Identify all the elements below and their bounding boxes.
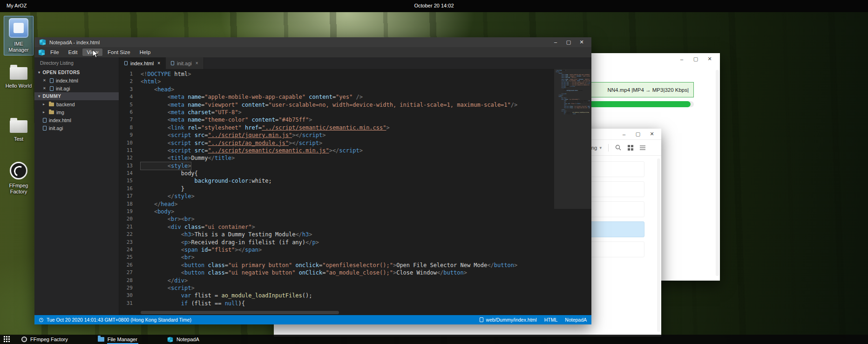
code-line[interactable]: 21 <div class="ui container"> — [119, 223, 554, 231]
minimize-button[interactable]: – — [621, 131, 627, 137]
search-icon[interactable] — [615, 144, 621, 151]
list-view-icon[interactable] — [640, 145, 645, 151]
taskbar-item-file-manager[interactable]: File Manager — [96, 336, 139, 344]
desktop-icon-test[interactable]: Test — [4, 114, 34, 144]
desktop-icon-hello-world[interactable]: Hello World — [4, 61, 34, 91]
tab-init-agi[interactable]: init.agi× — [166, 57, 204, 69]
language-indicator[interactable]: HTML — [544, 317, 558, 323]
taskbar-item-label: File Manager — [108, 337, 137, 342]
code-line[interactable]: 12 <title>Dummy</title> — [119, 154, 554, 162]
circle-app-icon — [21, 337, 27, 342]
taskbar-item-notepada[interactable]: NotepadA — [165, 336, 201, 344]
start-menu-icon[interactable] — [4, 336, 10, 343]
code-line[interactable]: 7 <meta name="theme-color" content="#4b7… — [119, 116, 554, 124]
sidebar-item-backend[interactable]: ▸backend — [34, 100, 119, 108]
code-line[interactable]: 17 </style> — [119, 193, 554, 200]
statusbar-filepath[interactable]: web/Dummy/index.html — [480, 317, 537, 323]
code-line[interactable]: 11 <script src="../script/semantic/seman… — [119, 147, 554, 154]
code-line[interactable]: 10 <script src="../script/ao_module.js">… — [119, 139, 554, 147]
line-number: 25 — [119, 254, 141, 261]
code-line[interactable]: 8 <link rel="stylesheet" href="../script… — [119, 124, 554, 131]
code-line[interactable]: 25 <br> — [119, 254, 554, 261]
code-editor[interactable]: 1<!DOCTYPE html>2<html>3 <head>4 <meta n… — [119, 69, 554, 310]
code-line[interactable]: 26 <button class="ui primary button" onc… — [119, 261, 554, 269]
code-line[interactable]: 30 var flist = ao_module_loadInputFiles(… — [119, 292, 554, 299]
maximize-button[interactable]: ▢ — [635, 131, 641, 137]
minimap-viewport[interactable] — [554, 69, 591, 209]
line-number: 1 — [119, 70, 141, 78]
close-icon[interactable]: × — [157, 61, 160, 66]
code-line[interactable]: 29 <script> — [119, 284, 554, 292]
close-button[interactable]: ✕ — [649, 131, 655, 137]
code-text: <meta name="apple-mobile-web-app-capable… — [141, 93, 363, 101]
close-icon[interactable]: ✕ — [43, 86, 47, 90]
line-number: 23 — [119, 239, 141, 246]
sidebar-item-img[interactable]: ▸img — [34, 108, 119, 116]
desktop-icon-label: FFmpeg Factory — [5, 183, 32, 195]
editor-pane: index.html×init.agi× 1<!DOCTYPE html>2<h… — [119, 57, 591, 315]
code-line[interactable]: 6 <meta charset="UTF-8"> — [119, 109, 554, 116]
code-line[interactable]: 20 <br><br> — [119, 215, 554, 223]
scrollbar[interactable] — [657, 158, 660, 332]
close-button[interactable]: ✕ — [707, 56, 712, 62]
code-line[interactable]: 27 <button class="ui negative button" on… — [119, 269, 554, 276]
close-icon[interactable]: × — [196, 61, 198, 66]
notepada-main: Directory Listing ▾OPEN EDITORS✕index.ht… — [34, 57, 591, 315]
line-number: 10 — [119, 139, 141, 147]
code-line[interactable]: 24 <span id="flist"></span> — [119, 246, 554, 254]
chevron-right-icon: ▸ — [43, 110, 47, 114]
code-line[interactable]: 28 </div> — [119, 277, 554, 284]
menu-font-size[interactable]: Font Size — [103, 48, 135, 56]
desktop-icon-ime-manager[interactable]: IME Manager — [4, 16, 34, 55]
window-title: NotepadA - index.html — [49, 40, 100, 45]
code-line[interactable]: 9 <script src="../script/jquery.min.js">… — [119, 131, 554, 139]
close-icon[interactable]: ✕ — [43, 78, 47, 83]
notepada-titlebar[interactable]: NotepadA - index.html – ▢ ✕ — [34, 37, 591, 47]
code-line[interactable]: 2<html> — [119, 78, 554, 85]
code-line[interactable]: 19 <body> — [119, 208, 554, 215]
line-number: 31 — [119, 300, 141, 307]
close-button[interactable]: ✕ — [576, 39, 587, 45]
code-line[interactable]: 1<!DOCTYPE html> — [119, 70, 554, 78]
sidebar-section-open-editors[interactable]: ▾OPEN EDITORS — [34, 69, 119, 76]
code-line[interactable]: 16 } — [119, 185, 554, 193]
menu-view[interactable]: View — [82, 48, 102, 56]
menu-help[interactable]: Help — [136, 48, 155, 56]
clock-icon — [39, 318, 43, 322]
code-line[interactable]: 22 <h3>This is a Dummy Testing Module</h… — [119, 231, 554, 238]
taskbar-item-ffmpeg-factory[interactable]: FFmpeg Factory — [20, 336, 70, 344]
sidebar-section-dummy[interactable]: ▾DUMMY — [34, 92, 119, 100]
desktop-icon-ffmpeg-factory[interactable]: FFmpeg Factory — [4, 159, 34, 197]
scrollbar-handle[interactable] — [141, 311, 339, 314]
code-line[interactable]: 23 <p>Received drag-in filelist (if any)… — [119, 239, 554, 246]
minimize-button[interactable]: – — [550, 39, 561, 45]
menu-file[interactable]: File — [46, 48, 63, 56]
horizontal-scrollbar[interactable] — [119, 310, 591, 315]
maximize-button[interactable]: ▢ — [563, 39, 574, 45]
code-line[interactable]: 3 <head> — [119, 86, 554, 93]
code-line[interactable]: 4 <meta name="apple-mobile-web-app-capab… — [119, 93, 554, 101]
code-line[interactable]: 13 <style> — [119, 162, 554, 170]
tab-index-html[interactable]: index.html× — [119, 57, 166, 69]
code-line[interactable]: 31 if (flist == null){ — [119, 300, 554, 307]
notepada-window[interactable]: NotepadA - index.html – ▢ ✕ FileEditView… — [34, 37, 591, 324]
code-line[interactable]: 18 </head> — [119, 200, 554, 208]
chevron-down-icon: ▾ — [38, 94, 40, 98]
scrollbar[interactable] — [716, 70, 719, 276]
grid-view-icon[interactable] — [628, 145, 633, 151]
code-line[interactable]: 14 body{ — [119, 170, 554, 177]
code-text: <br><br> — [141, 215, 195, 223]
aroz-brand[interactable]: My ArOZ — [7, 3, 27, 8]
code-text: <title>Dummy</title> — [141, 154, 235, 162]
sidebar-item-index-html[interactable]: index.html — [34, 116, 119, 124]
minimize-button[interactable]: – — [679, 56, 685, 62]
menu-edit[interactable]: Edit — [64, 48, 82, 56]
file-icon — [43, 126, 47, 131]
sidebar-item-init-agi[interactable]: init.agi — [34, 124, 119, 132]
minimap[interactable]: <!DOCTYPE html><html> <head> <meta name=… — [554, 69, 591, 310]
sidebar-item-init-agi[interactable]: ✕init.agi — [34, 84, 119, 92]
code-line[interactable]: 5 <meta name="viewport" content="user-sc… — [119, 101, 554, 109]
code-line[interactable]: 15 background-color:white; — [119, 177, 554, 185]
sidebar-item-index-html[interactable]: ✕index.html — [34, 76, 119, 84]
maximize-button[interactable]: ▢ — [693, 56, 698, 62]
